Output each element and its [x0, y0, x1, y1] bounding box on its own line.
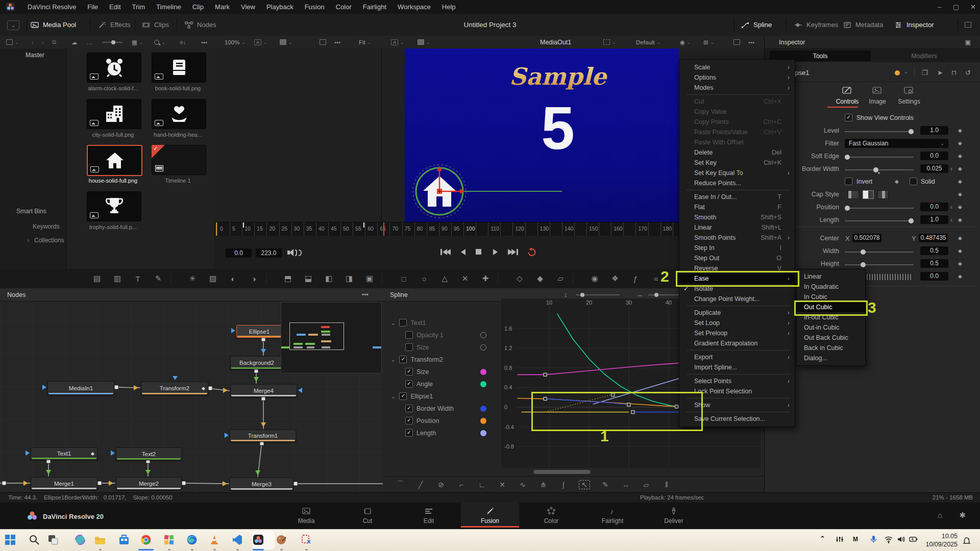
value-field[interactable]: 0.5 — [920, 246, 948, 255]
menu-item-options[interactable]: Options› — [679, 72, 795, 83]
slider-handle[interactable] — [909, 129, 914, 134]
keyframe-diamond-icon[interactable]: ◆ — [958, 179, 962, 184]
tray-volume-icon[interactable] — [896, 535, 905, 545]
tray-wifi-icon[interactable] — [884, 535, 893, 545]
taskbar-icon-copilot[interactable] — [74, 533, 87, 546]
viewer-lut-select[interactable]: Default⌄ — [636, 36, 660, 48]
media-item-alarm-clock-solid-f[interactable] — [87, 53, 141, 83]
spline-vzoom-slider[interactable] — [576, 294, 620, 295]
fusion-tool-icon-2-2[interactable]: ◧ — [323, 274, 334, 283]
prev-keyframe-icon[interactable]: ‹ — [950, 204, 952, 211]
menu-item-set-key-equal-to[interactable]: Set Key Equal To› — [679, 168, 795, 178]
menu-item-linear[interactable]: LinearShift+L — [679, 222, 795, 233]
nodes-minimap[interactable] — [281, 302, 382, 373]
menu-item-step-in[interactable]: Step InI — [679, 243, 795, 253]
page-edit[interactable]: Edit — [406, 504, 452, 528]
toolbar-toggle-keyframes[interactable]: Keyframes — [794, 14, 838, 36]
viewer-zoom-select[interactable]: 100%⌄ — [225, 36, 246, 48]
submenu-item-linear[interactable]: Linear — [797, 271, 865, 282]
thumbnail-size-slider[interactable] — [102, 36, 122, 48]
fusion-tool-icon-5-1[interactable]: ❖ — [609, 274, 621, 283]
slider-soft-edge[interactable] — [845, 157, 914, 158]
curve-checkbox[interactable]: ✓ — [399, 356, 407, 363]
menu-item-set-loop[interactable]: Set Loop› — [679, 318, 795, 328]
page-fairlight[interactable]: ♪Fairlight — [590, 504, 635, 528]
submenu-item-back-in-cubic[interactable]: Back in Cubic — [797, 343, 865, 353]
keyframe-diamond-icon[interactable]: ◆ — [958, 248, 962, 254]
menu-item-modes[interactable]: Modes› — [679, 83, 795, 93]
tray-mixer-icon[interactable] — [835, 535, 844, 545]
spline-tool-icon-4[interactable]: ∟ — [477, 481, 487, 489]
slider-position[interactable] — [845, 208, 914, 209]
viewer-channel-icon[interactable]: ⌄ — [280, 36, 292, 48]
node-transform2[interactable]: Transform2◆ — [141, 382, 208, 395]
inspector-panel-icon[interactable]: ▣ — [965, 38, 971, 46]
checkbox-invert[interactable] — [845, 178, 852, 185]
menu-item-scale[interactable]: Scale› — [679, 62, 795, 72]
keyframe-diamond-icon[interactable]: ◆ — [958, 273, 962, 279]
spline-tree-ellipse1-6[interactable]: ⌄✓Ellipse1 — [390, 392, 433, 400]
menu-mark[interactable]: Mark — [209, 3, 235, 11]
page-fusion[interactable]: Fusion — [467, 504, 513, 528]
fusion-tool-icon-3-3[interactable]: ✕ — [459, 274, 471, 283]
taskbar-icon-vscode[interactable] — [231, 533, 244, 546]
page-color[interactable]: Color — [528, 504, 574, 528]
page-media[interactable]: Media — [283, 504, 329, 528]
menu-timeline[interactable]: Timeline — [151, 3, 187, 11]
window-control-2[interactable]: ✕ — [970, 3, 976, 11]
menu-item-ease-in-out[interactable]: Ease In / Out...T — [679, 192, 795, 202]
spline-tool-icon-13[interactable]: ‖ — [662, 481, 672, 489]
menu-help[interactable]: Help — [436, 3, 461, 11]
media-item-city-solid-full-png[interactable] — [87, 99, 141, 129]
toolbar-toggle-media-pool[interactable]: Media Pool — [31, 14, 76, 36]
viewer2-expand-icon[interactable] — [733, 36, 740, 48]
spline-tool-icon-3[interactable]: ⌐ — [456, 481, 467, 489]
media-item-house-solid-full-png[interactable] — [87, 145, 142, 176]
tray-m-app-icon[interactable]: M — [851, 535, 861, 545]
sidebar-section-keywords[interactable]: Keywords — [33, 223, 60, 230]
window-control-1[interactable]: ▢ — [953, 3, 959, 11]
more-dots-icon[interactable]: … — [87, 36, 93, 48]
fusion-tool-icon-2-3[interactable]: ◨ — [344, 274, 355, 283]
play-reverse-button[interactable] — [461, 249, 465, 255]
ellipse-overlay-control[interactable] — [409, 161, 623, 222]
tab-modifiers[interactable]: Modifiers — [873, 51, 975, 61]
tray-mic-icon[interactable] — [869, 535, 878, 545]
menu-item-select-points[interactable]: Select Points› — [679, 376, 795, 386]
slider-handle[interactable] — [909, 218, 914, 223]
viewer-gain-icon[interactable]: A⌄ — [254, 36, 267, 48]
fusion-tool-icon-1-2[interactable]: ◐ — [228, 274, 239, 283]
curve-checkbox[interactable]: ✓ — [405, 417, 413, 424]
node-merge2[interactable]: Merge2 — [116, 477, 182, 490]
tray-battery-icon[interactable] — [909, 535, 918, 545]
menu-item-import-spline[interactable]: Import Spline... — [679, 362, 795, 372]
reset-icon[interactable]: ↺ — [965, 69, 971, 77]
fusion-tool-icon-5-3[interactable]: ≈ — [650, 274, 662, 283]
curve-checkbox[interactable] — [405, 343, 413, 351]
fusion-tool-icon-0-0[interactable]: ▤ — [91, 274, 103, 283]
spline-tool-icon-12[interactable]: ▱ — [641, 481, 651, 489]
node-ellipse1[interactable]: Ellipse1 — [236, 325, 282, 338]
taskbar-icon-edge[interactable] — [185, 533, 199, 546]
menu-item-smooth-points[interactable]: Smooth PointsShift+A› — [679, 233, 795, 243]
curve-checkbox[interactable]: ✓ — [405, 429, 413, 437]
spline-tree-size-2[interactable]: Size — [405, 343, 429, 351]
spline-tool-icon-10[interactable]: ✎ — [600, 481, 610, 489]
curve-checkbox[interactable]: ✓ — [405, 405, 413, 412]
node-merge1[interactable]: Merge1 — [31, 477, 97, 490]
checkbox-show-view-controls[interactable]: ✓ — [845, 114, 852, 121]
submenu-item-in-quadratic[interactable]: In Quadratic — [797, 282, 865, 292]
fusion-tool-icon-0-2[interactable]: T — [132, 274, 143, 283]
menu-item-set-preloop[interactable]: Set Preloop› — [679, 328, 795, 338]
stop-button[interactable] — [476, 249, 481, 255]
fusion-tool-icon-1-1[interactable]: ▨ — [207, 274, 218, 283]
range-start-field[interactable]: 0.0 — [226, 248, 252, 258]
menu-item-change-point-weight[interactable]: Change Point Weight... — [679, 294, 795, 304]
menu-davinci-resolve[interactable]: DaVinci Resolve — [22, 3, 82, 11]
media-pool-options-icon[interactable]: ••• — [201, 36, 207, 48]
versions-icon[interactable]: ❐ — [922, 69, 928, 77]
cap-style-option-2[interactable] — [877, 190, 889, 199]
keyframe-diamond-icon[interactable]: ◆ — [958, 153, 962, 159]
center-x-field[interactable]: 0.502078 — [852, 234, 881, 242]
viewer-3d-icon[interactable]: ◉⌄ — [680, 36, 691, 48]
